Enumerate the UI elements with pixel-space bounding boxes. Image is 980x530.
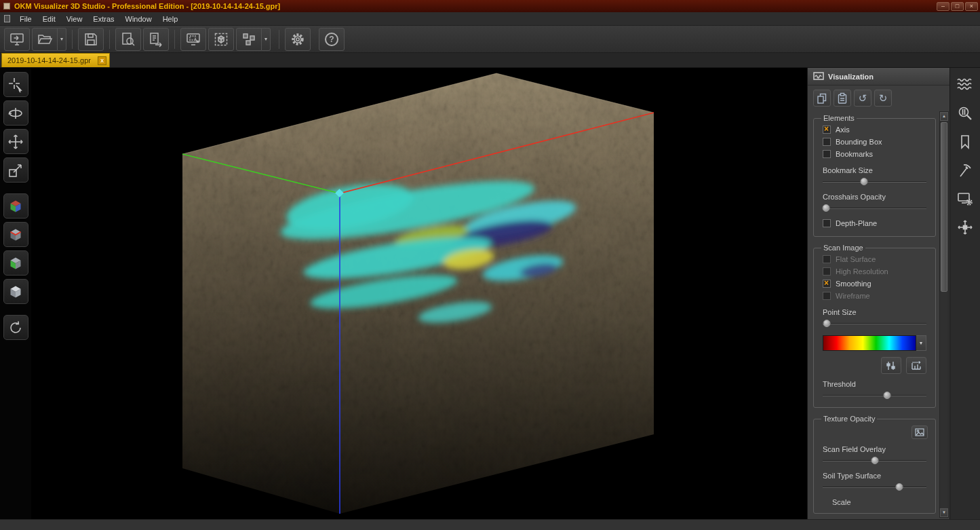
bookmarks-checkbox[interactable]: ×	[823, 150, 831, 158]
colormap-dropdown[interactable]: ▾	[916, 335, 926, 351]
slider-thumb[interactable]	[896, 483, 903, 491]
texture-image-row	[821, 425, 928, 439]
viewport	[31, 68, 807, 519]
depth-plane-row[interactable]: × Depth-Plane	[821, 217, 928, 229]
view-y-button[interactable]	[3, 250, 28, 276]
bookmarks-panel-button[interactable]	[954, 132, 976, 152]
smoothing-checkbox[interactable]: ×	[823, 280, 831, 288]
minimize-button[interactable]: –	[937, 2, 949, 11]
depth-plane-checkbox[interactable]: ×	[823, 219, 831, 227]
bounding-box-row[interactable]: × Bounding Box	[821, 136, 928, 148]
menu-edit[interactable]: Edit	[37, 14, 61, 24]
help-button[interactable]: ?	[319, 28, 345, 51]
slider-thumb[interactable]	[822, 204, 829, 212]
open-file-dropdown[interactable]: ▾	[58, 28, 66, 51]
bookmarks-row[interactable]: × Bookmarks	[821, 148, 928, 160]
3d-modes-split: ▾	[236, 28, 271, 51]
view-3d-button[interactable]	[3, 193, 28, 219]
slider-thumb[interactable]	[883, 392, 890, 399]
colormap-select[interactable]	[823, 335, 916, 351]
smoothing-row[interactable]: × Smoothing	[821, 278, 928, 290]
document-tab[interactable]: 2019-10-14-14-24-15.gpr x	[1, 53, 110, 67]
move-tool-button[interactable]	[3, 129, 28, 154]
crosshairs-opacity-label: Crosshairs Opacity	[823, 193, 926, 201]
window-controls: – □ ×	[937, 2, 978, 11]
save-icon	[83, 31, 99, 48]
tools-panel-button[interactable]	[954, 160, 976, 181]
image-icon	[915, 428, 924, 436]
scroll-track[interactable]	[940, 121, 948, 508]
high-resolution-checkbox[interactable]: ×	[823, 267, 831, 276]
screenshot-button[interactable]	[180, 28, 206, 51]
3d-modes-dropdown[interactable]: ▾	[262, 28, 271, 51]
threshold-label: Threshold	[823, 380, 926, 388]
reset-rotation-button[interactable]	[3, 315, 28, 340]
panel-scrollbar[interactable]: ▲ ▼	[939, 111, 949, 518]
paste-settings-button[interactable]	[834, 90, 851, 107]
menu-help[interactable]: Help	[157, 14, 184, 24]
open-file-button[interactable]	[32, 28, 58, 51]
bounding-box-checkbox[interactable]: ×	[823, 138, 831, 146]
colormap-buttons	[823, 357, 926, 374]
color-levels-button[interactable]	[881, 357, 901, 374]
scroll-down-button[interactable]: ▼	[940, 508, 948, 517]
screen-gear-icon	[957, 191, 973, 207]
check-mark-icon: ×	[824, 278, 829, 288]
menu-view[interactable]: View	[61, 14, 88, 24]
3d-scene[interactable]	[31, 68, 807, 519]
pdf-export-button[interactable]	[143, 28, 169, 51]
menu-window[interactable]: Window	[120, 14, 157, 24]
soil-type-surface-slider[interactable]	[823, 482, 926, 492]
right-tool-strip	[949, 68, 980, 519]
crosshairs-opacity-slider[interactable]	[823, 203, 926, 213]
scroll-thumb[interactable]	[941, 122, 947, 292]
tab-close-button[interactable]: x	[98, 56, 106, 65]
axis-checkbox[interactable]: ×	[823, 126, 831, 134]
slider-thumb[interactable]	[823, 320, 831, 327]
scale-label: Scale	[832, 498, 928, 506]
copy-settings-button[interactable]	[813, 90, 831, 107]
3d-move-icon	[957, 219, 973, 235]
bookmark-size-slider[interactable]	[823, 176, 926, 187]
scan-field-overlay-slider[interactable]	[823, 455, 926, 466]
point-size-label: Point Size	[823, 308, 926, 316]
signal-panel-button[interactable]	[954, 75, 976, 95]
cube-gray-icon	[7, 284, 24, 300]
menu-extras[interactable]: Extras	[87, 14, 119, 24]
reset-view-button[interactable]: ↺	[854, 90, 871, 107]
menu-file[interactable]: File	[14, 14, 37, 24]
3d-modes-button[interactable]	[236, 28, 262, 51]
import-scan-button[interactable]	[4, 28, 30, 51]
maximize-button[interactable]: □	[951, 2, 964, 11]
paste-icon	[836, 92, 848, 105]
scale-tool-button[interactable]	[3, 157, 28, 183]
view-x-button[interactable]	[3, 222, 28, 247]
close-button[interactable]: ×	[965, 2, 978, 11]
color-range-button[interactable]	[906, 357, 926, 374]
navigation-panel-button[interactable]	[954, 217, 976, 238]
print-preview-button[interactable]	[115, 28, 141, 51]
point-size-slider[interactable]	[823, 318, 926, 328]
flat-surface-checkbox[interactable]: ×	[823, 255, 831, 263]
save-button[interactable]	[78, 28, 104, 51]
elements-group-title: Elements	[821, 114, 857, 122]
scan-inspect-panel-button[interactable]	[954, 103, 976, 124]
slider-thumb[interactable]	[861, 178, 868, 185]
main-toolbar: ▾ ▾ ?	[0, 26, 980, 53]
scroll-up-button[interactable]: ▲	[940, 112, 948, 121]
3d-region-button[interactable]	[208, 28, 234, 51]
view-z-button[interactable]	[3, 279, 28, 304]
settings-button[interactable]	[285, 28, 311, 51]
axis-row[interactable]: × Axis	[821, 124, 928, 136]
orbit-tool-button[interactable]	[3, 100, 28, 126]
refresh-button[interactable]: ↻	[874, 90, 892, 107]
threshold-slider[interactable]	[823, 390, 926, 400]
slider-thumb[interactable]	[871, 457, 878, 464]
wireframe-checkbox[interactable]: ×	[823, 292, 831, 300]
slider-track	[823, 323, 926, 324]
export-panel-button[interactable]	[954, 189, 976, 209]
bookmark-icon	[957, 134, 973, 150]
titlebar: OKM Visualizer 3D Studio - Professional …	[0, 0, 980, 12]
texture-image-button[interactable]	[912, 425, 928, 439]
pointer-tool-button[interactable]	[3, 72, 28, 97]
